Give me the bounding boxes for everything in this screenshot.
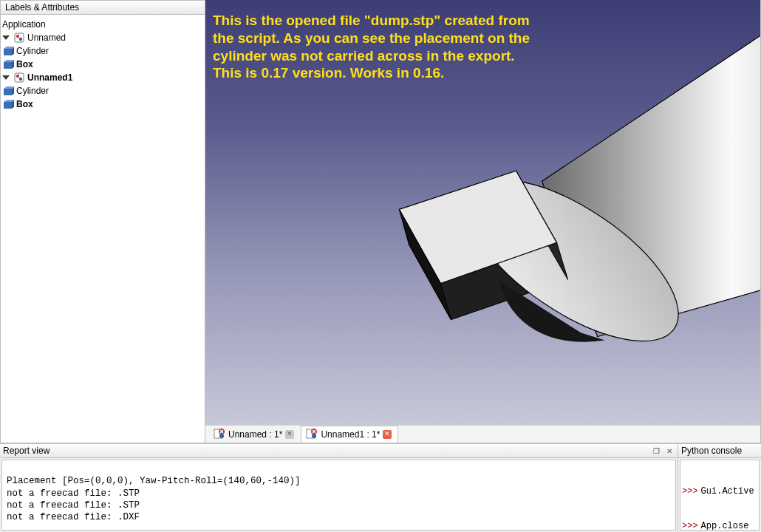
- annotation-line: This is the opened file "dump.stp" creat…: [213, 12, 757, 30]
- python-console-body[interactable]: >>>Gui.Active >>>App.close >>>App.close …: [680, 460, 760, 531]
- tree-doc-label: Unnamed1: [27, 72, 72, 83]
- report-view-title: Report view: [3, 446, 50, 456]
- svg-rect-0: [15, 33, 24, 42]
- report-line: not a freecad file: .DXF: [7, 512, 140, 522]
- python-line: >>>App.close: [682, 521, 754, 531]
- chevron-down-icon[interactable]: [2, 35, 10, 40]
- svg-point-11: [19, 78, 22, 81]
- tree-item-label: Cylinder: [16, 86, 49, 96]
- report-line: Placement [Pos=(0,0,0), Yaw-Pitch-Roll=(…: [7, 476, 301, 486]
- document-tab-icon: [306, 427, 318, 441]
- document-tab-bar: Unnamed : 1* ✕ Unnamed1 : 1* ✕: [205, 425, 760, 443]
- tab-close-icon[interactable]: ✕: [383, 430, 392, 439]
- svg-rect-9: [15, 73, 24, 82]
- part-icon: [2, 45, 14, 57]
- 3d-viewport[interactable]: This is the opened file "dump.stp" creat…: [205, 0, 760, 425]
- tree-panel-header: Labels & Attributes: [1, 0, 205, 15]
- annotation-line: This is 0.17 version. Works in 0.16.: [213, 64, 757, 82]
- tree-body[interactable]: Application Unnamed Cylinder B: [1, 15, 205, 443]
- tree-doc-unnamed[interactable]: Unnamed: [2, 31, 203, 44]
- report-view-panel: Report view ❐ ✕ Placement [Pos=(0,0,0), …: [0, 444, 678, 532]
- close-icon[interactable]: ✕: [664, 446, 675, 456]
- document-tab-icon: [214, 427, 225, 441]
- tree-item-box[interactable]: Box: [2, 98, 203, 111]
- part-icon: [2, 58, 14, 70]
- python-line: >>>Gui.Active: [682, 486, 754, 498]
- tree-item-cylinder[interactable]: Cylinder: [2, 44, 203, 58]
- report-view-body[interactable]: Placement [Pos=(0,0,0), Yaw-Pitch-Roll=(…: [1, 460, 676, 531]
- dock-icon[interactable]: ❐: [651, 446, 661, 456]
- svg-point-28: [312, 434, 316, 438]
- part-icon: [2, 98, 14, 110]
- part-icon: [2, 85, 14, 97]
- python-console-panel: Python console >>>Gui.Active >>>App.clos…: [678, 444, 761, 532]
- svg-point-2: [19, 38, 22, 41]
- application-label: Application: [2, 19, 46, 30]
- svg-rect-6: [4, 62, 12, 69]
- tree-doc-label: Unnamed: [27, 33, 66, 43]
- document-tab-label: Unnamed1 : 1*: [321, 429, 380, 440]
- report-line: not a freecad file: .STP: [7, 500, 140, 511]
- annotation-line: the script. As you can see the placement…: [213, 30, 757, 47]
- document-icon: [13, 32, 25, 44]
- tab-close-icon[interactable]: ✕: [285, 430, 294, 439]
- document-tab-unnamed[interactable]: Unnamed : 1* ✕: [208, 426, 301, 443]
- svg-point-25: [219, 434, 224, 438]
- document-icon: [13, 72, 25, 83]
- svg-point-10: [16, 75, 19, 78]
- svg-point-1: [16, 35, 19, 38]
- document-tab-unnamed1[interactable]: Unnamed1 : 1* ✕: [301, 426, 398, 443]
- python-console-title: Python console: [681, 446, 742, 456]
- annotation-text: This is the opened file "dump.stp" creat…: [213, 12, 757, 82]
- python-prompt: >>>: [682, 521, 698, 531]
- viewport-container: This is the opened file "dump.stp" creat…: [205, 0, 761, 443]
- document-tab-label: Unnamed : 1*: [228, 429, 282, 440]
- python-prompt: >>>: [682, 486, 698, 498]
- tree-item-box[interactable]: Box: [2, 58, 203, 71]
- tree-doc-unnamed1[interactable]: Unnamed1: [2, 71, 203, 84]
- report-line: not a freecad file: .STP: [7, 488, 140, 499]
- annotation-line: cylinder was not carried across in the e…: [213, 47, 757, 65]
- tree-item-label: Cylinder: [16, 46, 49, 56]
- svg-rect-3: [4, 49, 12, 55]
- tree-item-label: Box: [16, 59, 33, 69]
- labels-attributes-panel: Labels & Attributes Application Unnamed …: [0, 0, 205, 443]
- tree-item-label: Box: [16, 99, 33, 109]
- svg-rect-15: [4, 102, 12, 109]
- tree-root[interactable]: Application: [2, 18, 203, 31]
- tree-item-cylinder[interactable]: Cylinder: [2, 84, 203, 98]
- chevron-down-icon[interactable]: [2, 75, 10, 80]
- svg-rect-12: [4, 89, 12, 95]
